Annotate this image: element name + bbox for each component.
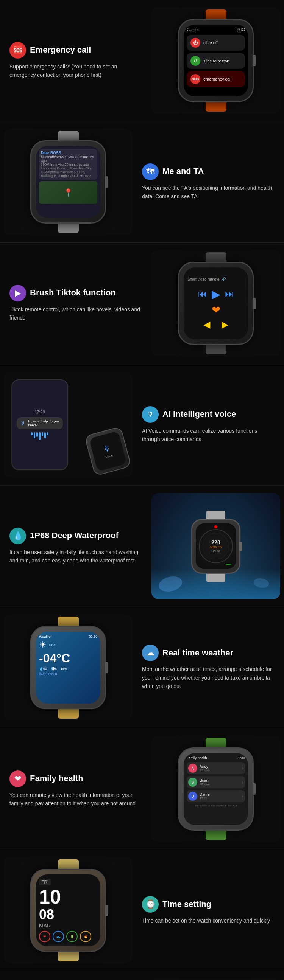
link-icon: 🔗 — [221, 277, 226, 282]
sos-btn-icon: SOS — [190, 74, 200, 84]
family-member-1: A Andy 97 bpm › — [187, 762, 245, 774]
emergency-desc: Support emergency calls* (You need to se… — [10, 62, 142, 80]
big-time: 08 — [39, 907, 54, 923]
chevron-icon-2: › — [243, 780, 244, 784]
tiktok-text-block: ▶ Brush Tiktok function Tiktok remote co… — [4, 281, 148, 326]
emergency-title: Emergency call — [30, 45, 91, 56]
skip-forward-icon: ⏭ — [225, 289, 234, 299]
feature-emergency: 🆘 Emergency call Support emergency calls… — [0, 0, 284, 121]
feature-time: ⌚ Time setting Time can be set on the wa… — [0, 850, 284, 971]
chevron-icon-3: › — [243, 794, 244, 799]
weather-date: 04/09 09:30 — [39, 672, 97, 676]
stat-heart: ❤ — [39, 931, 50, 942]
waterproof-watch-image: 220 MON 16 HR 88 98% — [152, 493, 280, 599]
stats-row: ❤ 👟 🔋 🔥 — [39, 931, 91, 942]
stat-steps: 👟 — [53, 931, 64, 942]
tiktok-title-row: ▶ Brush Tiktok function — [10, 285, 142, 301]
waterproof-icon: 💧 — [10, 528, 26, 544]
family-watch-image: Family health 09:30 A Andy 97 bpm › — [152, 736, 280, 842]
watch-crown-3 — [252, 298, 255, 309]
ai-icon: 🎙 — [142, 406, 159, 423]
sos-header: Cancel 09:30 — [187, 28, 245, 32]
time-icon: ⌚ — [142, 896, 159, 913]
feature-tiktok: ▶ Brush Tiktok function Tiktok remote co… — [0, 243, 284, 364]
ai-watch-image: 17:29 🎙 Hi, what help do you need? — [4, 372, 132, 478]
short-video-label: Short video remote — [187, 277, 220, 282]
month-label: MAR — [39, 923, 51, 929]
waterproof-text-block: 💧 1P68 Deep Waterproof It can be used sa… — [4, 524, 148, 569]
weather-label: Weather — [39, 635, 52, 638]
member-avatar-1: A — [188, 764, 197, 773]
watch-crown-7 — [252, 783, 255, 795]
member-stats-1: 97 bpm — [199, 768, 210, 772]
chevron-icon-1: › — [243, 766, 244, 770]
big-date: 10 — [39, 887, 61, 907]
ai-title-row: 🎙 AI Intelligent voice — [142, 406, 274, 423]
weather-text-block: ☁ Real time weather Monitor the weather … — [136, 641, 280, 694]
family-text-block: ❤ Family health You can remotely view th… — [4, 767, 148, 812]
boss-label: Dear BOSS — [41, 151, 96, 155]
ai-wave-bars — [31, 432, 48, 440]
meta-watch-image: Dear BOSS bluetooth/remote: you 20 minut… — [4, 129, 132, 235]
family-health-label: Family health — [187, 756, 207, 760]
feature-waterproof: 💧 1P68 Deep Waterproof It can be used sa… — [0, 486, 284, 607]
feature-bedside: ⚡ Bedside clock function Put it on the s… — [0, 971, 284, 980]
weather-icon: ☁ — [142, 644, 159, 661]
tiktok-title: Brush Tiktok function — [30, 288, 116, 298]
wind-label: 💨6 — [51, 667, 57, 671]
meta-icon: 🗺 — [142, 163, 159, 180]
meta-message: Dear BOSS bluetooth/remote: you 20 minut… — [39, 149, 97, 180]
slide-restart-btn: ↺ slide to restart — [187, 53, 245, 69]
family-more-info: More data can be viewed in the app — [187, 804, 245, 807]
slide-restart-label: slide to restart — [203, 59, 230, 63]
weather-condition-label: 24°C — [49, 643, 56, 647]
time-text-block: ⌚ Time setting Time can be set on the wa… — [136, 892, 280, 929]
siri-icon: 🎙 — [21, 420, 26, 426]
member-name-1: Andy — [199, 764, 210, 768]
waterproof-title: 1P68 Deep Waterproof — [30, 530, 118, 541]
weather-title: Real time weather — [163, 648, 233, 659]
weather-desc: Monitor the weather at all times, arrang… — [142, 665, 274, 690]
meta-title-row: 🗺 Me and TA — [142, 163, 274, 180]
ai-desc: AI Voice commands can realize various fu… — [142, 426, 274, 444]
time-desc: Time can be set on the watch convenientl… — [142, 916, 274, 925]
member-name-2: Brian — [199, 778, 210, 783]
watch-crown-5 — [239, 542, 243, 551]
watch-crown-8 — [105, 905, 108, 916]
time-watch-screen: FRI 10 08 MAR ❤ 👟 🔋 🔥 — [36, 875, 101, 947]
feature-family: ❤ Family health You can remotely view th… — [0, 729, 284, 850]
feature-ai: 🎙 AI Intelligent voice AI Voice commands… — [0, 364, 284, 485]
sos-cancel: Cancel — [187, 28, 198, 32]
feature-weather: ☁ Real time weather Monitor the weather … — [0, 607, 284, 728]
watch-crown — [252, 55, 255, 66]
tiktok-desc: Tiktok remote control, which can like no… — [10, 305, 142, 322]
meta-title: Me and TA — [163, 166, 204, 177]
sos-watch-screen: Cancel 09:30 ⏻ slide off ↺ slide to rest… — [183, 25, 248, 97]
member-name-3: Daniel — [199, 792, 210, 797]
waterproof-desc: It can be used safely in daily life such… — [10, 548, 142, 565]
emergency-text-block: 🆘 Emergency call Support emergency calls… — [4, 38, 148, 83]
arrow-left-icon: ◀ — [203, 319, 210, 330]
skip-back-icon: ⏮ — [198, 289, 207, 299]
ai-title: AI Intelligent voice — [163, 409, 236, 420]
family-health-time: 09:30 — [236, 756, 245, 760]
meta-desc: You can see the TA's positioning informa… — [142, 184, 274, 201]
slide-off-btn: ⏻ slide off — [187, 35, 245, 51]
tiktok-watch-screen: Short video remote 🔗 ⏮ ▶ ⏭ ❤ — [183, 267, 248, 339]
weather-watch-screen: Weather 09:30 ☀ 24°C -04°C 💧90 💨 — [36, 632, 101, 703]
weather-temperature: -04°C — [39, 651, 97, 665]
emergency-call-label: emergency call — [203, 77, 231, 81]
stat-battery: 🔋 — [66, 931, 78, 942]
humidity-label: 💧90 — [39, 667, 47, 671]
power-icon: ⏻ — [190, 38, 200, 48]
heart-icon: ❤ — [212, 304, 220, 316]
mic-icon-watch: 🎙 — [103, 444, 112, 454]
emergency-btn: SOS emergency call — [187, 71, 245, 87]
family-member-2: B Brian 82 bpm › — [187, 776, 245, 788]
weather-title-row: ☁ Real time weather — [142, 644, 274, 661]
play-icon: ▶ — [212, 288, 220, 301]
member-stats-2: 82 bpm — [199, 783, 210, 786]
weather-screen-header: Weather 09:30 — [39, 635, 97, 638]
sun-icon: ☀ — [39, 640, 46, 650]
weather-stats-row: 💧90 💨6 15% — [39, 667, 97, 671]
